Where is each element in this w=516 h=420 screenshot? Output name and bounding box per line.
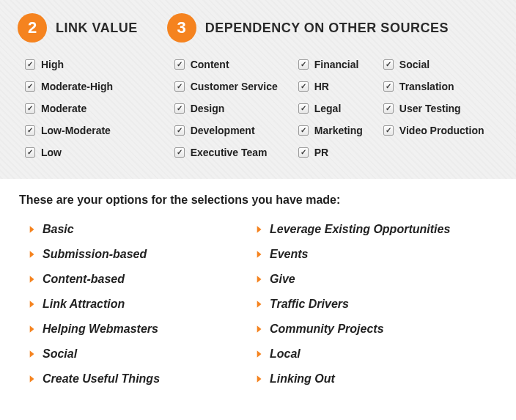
option-item[interactable]: Social — [26, 347, 246, 361]
chevron-right-icon — [254, 249, 264, 259]
checkbox-item[interactable]: ✓Social — [383, 59, 484, 70]
option-item[interactable]: Give — [254, 273, 497, 286]
option-item[interactable]: Submission-based — [26, 248, 246, 261]
checkmark-icon: ✓ — [174, 59, 185, 70]
checkmark-icon: ✓ — [383, 103, 394, 114]
chevron-right-icon — [254, 224, 264, 235]
checkbox-item[interactable]: ✓Design — [174, 103, 278, 114]
dependency-column: ✓Financial✓HR✓Legal✓Marketing✓PR — [298, 59, 363, 158]
checkbox-item[interactable]: ✓Content — [174, 59, 278, 70]
checkbox-label: Customer Service — [191, 81, 278, 92]
section-title-dependency: DEPENDENCY ON OTHER SOURCES — [205, 21, 449, 36]
option-label: Linking Out — [270, 372, 335, 386]
option-label: Submission-based — [43, 248, 147, 261]
checkmark-icon: ✓ — [383, 125, 394, 136]
option-label: Leverage Existing Opportunities — [270, 223, 450, 236]
chevron-right-icon — [26, 299, 37, 309]
checkbox-item[interactable]: ✓Marketing — [298, 125, 363, 136]
checkbox-item[interactable]: ✓User Testing — [383, 103, 484, 114]
checkbox-item[interactable]: ✓Development — [174, 125, 278, 136]
checkbox-item[interactable]: ✓High — [25, 59, 138, 70]
checkbox-label: Legal — [314, 103, 342, 114]
option-label: Create Useful Things — [43, 372, 160, 386]
chevron-right-icon — [26, 274, 37, 284]
chevron-right-icon — [254, 374, 264, 384]
checkbox-item[interactable]: ✓Financial — [298, 59, 363, 70]
checkbox-label: Development — [191, 125, 255, 136]
checkmark-icon: ✓ — [25, 103, 35, 114]
option-label: Basic — [43, 223, 74, 236]
option-item[interactable]: Leverage Existing Opportunities — [254, 223, 497, 236]
option-label: Community Projects — [270, 323, 384, 336]
checkbox-label: Low-Moderate — [41, 125, 111, 136]
option-label: Link Attraction — [43, 298, 125, 311]
checkmark-icon: ✓ — [383, 59, 394, 70]
chevron-right-icon — [254, 274, 264, 284]
option-item[interactable]: Community Projects — [254, 323, 497, 336]
chevron-right-icon — [26, 374, 37, 384]
checkmark-icon: ✓ — [298, 103, 309, 114]
checkbox-label: Content — [191, 59, 229, 70]
chevron-right-icon — [26, 224, 37, 235]
checkbox-item[interactable]: ✓Low-Moderate — [25, 125, 138, 136]
checkbox-item[interactable]: ✓Moderate — [25, 103, 138, 114]
checkmark-icon: ✓ — [25, 81, 35, 92]
checkbox-label: Financial — [314, 59, 359, 70]
checkbox-label: Moderate-High — [41, 81, 113, 92]
checkmark-icon: ✓ — [25, 125, 35, 136]
checkmark-icon: ✓ — [174, 103, 185, 114]
checkbox-item[interactable]: ✓PR — [298, 147, 363, 158]
option-item[interactable]: Events — [254, 248, 497, 261]
checkmark-icon: ✓ — [25, 147, 35, 158]
checkbox-item[interactable]: ✓HR — [298, 81, 363, 92]
checkbox-label: HR — [314, 81, 329, 92]
badge-3: 3 — [167, 13, 196, 43]
checkbox-item[interactable]: ✓Moderate-High — [25, 81, 138, 92]
option-label: Social — [43, 347, 77, 361]
chevron-right-icon — [26, 349, 37, 359]
section-header-dependency: 3 DEPENDENCY ON OTHER SOURCES — [167, 13, 484, 43]
chevron-right-icon — [26, 249, 37, 259]
checkbox-label: High — [41, 59, 64, 70]
checkmark-icon: ✓ — [174, 147, 185, 158]
option-item[interactable]: Link Attraction — [26, 298, 246, 311]
option-label: Local — [270, 347, 301, 361]
checkmark-icon: ✓ — [298, 125, 309, 136]
checkbox-label: Executive Team — [191, 147, 268, 158]
checkbox-label: Low — [41, 147, 62, 158]
option-item[interactable]: Content-based — [26, 273, 246, 286]
option-label: Content-based — [43, 273, 125, 286]
chevron-right-icon — [254, 324, 264, 334]
checkbox-item[interactable]: ✓Translation — [383, 81, 484, 92]
option-label: Give — [270, 273, 295, 286]
results-panel: These are your options for the selection… — [0, 179, 516, 420]
checkbox-label: Translation — [399, 81, 454, 92]
checkbox-item[interactable]: ✓Low — [25, 147, 138, 158]
option-item[interactable]: Helping Webmasters — [26, 323, 246, 336]
checkbox-item[interactable]: ✓Customer Service — [174, 81, 278, 92]
dependency-columns: ✓Content✓Customer Service✓Design✓Develop… — [167, 59, 484, 158]
option-item[interactable]: Local — [254, 347, 497, 361]
section-header-link-value: 2 LINK VALUE — [18, 13, 138, 43]
checkbox-label: Marketing — [314, 125, 363, 136]
checkbox-label: Moderate — [41, 103, 86, 114]
option-item[interactable]: Linking Out — [254, 372, 497, 386]
badge-2: 2 — [18, 13, 47, 43]
checkmark-icon: ✓ — [174, 125, 185, 136]
checkmark-icon: ✓ — [298, 147, 309, 158]
option-item[interactable]: Traffic Drivers — [254, 298, 497, 311]
checkbox-item[interactable]: ✓Executive Team — [174, 147, 278, 158]
checkmark-icon: ✓ — [298, 59, 309, 70]
option-item[interactable]: Basic — [26, 223, 246, 236]
link-value-checks: ✓High✓Moderate-High✓Moderate✓Low-Moderat… — [18, 59, 138, 158]
option-item[interactable]: Create Useful Things — [26, 372, 246, 386]
checkmark-icon: ✓ — [174, 81, 185, 92]
checkbox-item[interactable]: ✓Legal — [298, 103, 363, 114]
checkmark-icon: ✓ — [25, 59, 35, 70]
option-label: Events — [270, 248, 308, 261]
checkbox-label: Video Production — [399, 125, 484, 136]
chevron-right-icon — [26, 324, 37, 334]
section-title-link-value: LINK VALUE — [56, 21, 138, 36]
chevron-right-icon — [254, 299, 264, 309]
checkbox-item[interactable]: ✓Video Production — [383, 125, 484, 136]
